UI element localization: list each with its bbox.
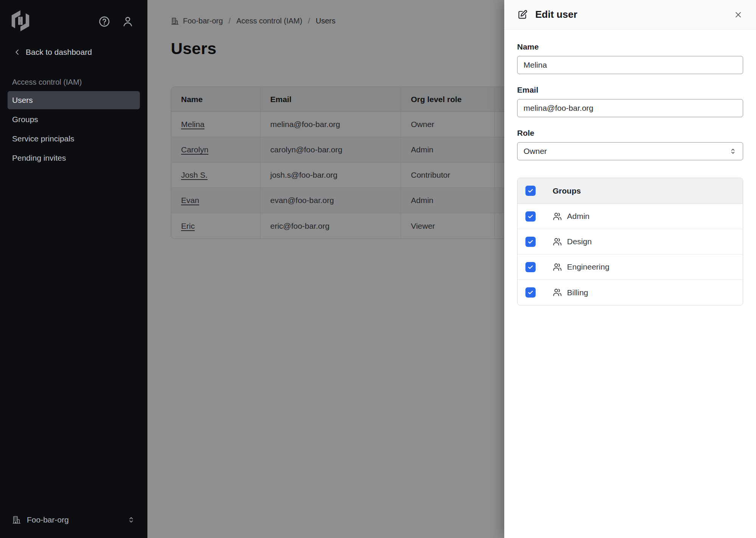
group-checkbox-admin[interactable] <box>525 211 536 222</box>
sidebar-section-label: Access control (IAM) <box>12 78 147 87</box>
groups-header-label: Groups <box>553 186 581 195</box>
role-select[interactable]: Owner <box>517 142 743 160</box>
role-select-value: Owner <box>524 147 547 156</box>
groups-card: Groups Admin <box>517 178 743 305</box>
users-icon <box>553 262 562 272</box>
check-icon <box>527 289 534 296</box>
group-row-billing: Billing <box>517 280 743 305</box>
sidebar-item-pending-invites[interactable]: Pending invites <box>8 149 140 167</box>
edit-user-drawer: Edit user Name Email Role Owner <box>504 0 756 538</box>
drawer-body: Name Email Role Owner Groups <box>504 29 756 318</box>
group-checkbox-engineering[interactable] <box>525 262 536 272</box>
help-button[interactable] <box>98 16 110 28</box>
sidebar-item-service-principals[interactable]: Service principals <box>8 130 140 148</box>
group-checkbox-billing[interactable] <box>525 287 536 298</box>
sidebar-top <box>0 0 147 32</box>
group-checkbox-design[interactable] <box>525 237 536 247</box>
sidebar-top-icons <box>98 16 134 28</box>
chevron-left-icon <box>14 48 21 56</box>
name-label: Name <box>517 42 743 51</box>
check-icon <box>527 188 534 194</box>
users-icon <box>553 237 562 247</box>
users-icon <box>553 288 562 297</box>
building-icon <box>12 515 21 524</box>
back-to-dashboard-link[interactable]: Back to dashboard <box>14 48 92 57</box>
group-row-design: Design <box>517 229 743 254</box>
group-label: Admin <box>567 212 590 221</box>
check-icon <box>527 213 534 220</box>
help-icon <box>98 16 110 28</box>
email-label: Email <box>517 85 743 95</box>
group-row-admin: Admin <box>517 204 743 229</box>
sidebar-item-label: Users <box>12 96 33 105</box>
users-icon <box>553 212 562 221</box>
sidebar-item-label: Service principals <box>12 134 74 143</box>
check-icon <box>527 264 534 270</box>
groups-card-header: Groups <box>517 178 743 204</box>
drawer-header: Edit user <box>504 0 756 29</box>
role-label: Role <box>517 129 743 138</box>
email-input[interactable] <box>517 99 743 117</box>
org-switcher-label: Foo-bar-org <box>27 515 121 524</box>
group-label: Engineering <box>567 262 609 271</box>
sidebar-item-groups[interactable]: Groups <box>8 110 140 129</box>
edit-icon <box>517 9 528 20</box>
group-label: Design <box>567 237 592 246</box>
hashicorp-logo <box>11 10 30 32</box>
check-icon <box>527 239 534 245</box>
sidebar-item-label: Pending invites <box>12 153 66 163</box>
close-button[interactable] <box>732 8 745 21</box>
close-icon <box>734 11 742 19</box>
sidebar-item-label: Groups <box>12 115 38 124</box>
sidebar: Back to dashboard Access control (IAM) U… <box>0 0 147 538</box>
name-input[interactable] <box>517 56 743 74</box>
group-label: Billing <box>567 288 588 297</box>
account-button[interactable] <box>122 16 134 28</box>
sidebar-item-users[interactable]: Users <box>8 91 140 109</box>
chevron-up-down-icon <box>127 516 135 524</box>
sidebar-nav: Users Groups Service principals Pending … <box>8 91 140 167</box>
org-switcher[interactable]: Foo-bar-org <box>8 510 140 530</box>
group-row-engineering: Engineering <box>517 254 743 280</box>
groups-select-all-checkbox[interactable] <box>525 186 536 196</box>
person-icon <box>122 16 134 28</box>
drawer-title: Edit user <box>535 9 577 20</box>
app-root: Back to dashboard Access control (IAM) U… <box>0 0 756 538</box>
back-to-dashboard-label: Back to dashboard <box>26 48 92 57</box>
chevron-up-down-icon <box>729 147 737 155</box>
